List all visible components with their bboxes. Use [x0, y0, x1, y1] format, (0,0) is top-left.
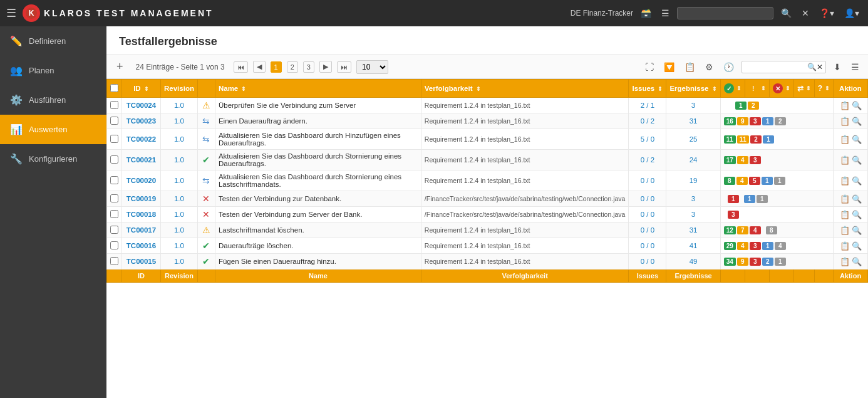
filter-icon[interactable]: 🔽 — [661, 61, 677, 73]
sidebar-item-konfigurieren[interactable]: 🔧 Konfigurieren — [0, 144, 106, 174]
hamburger-icon[interactable]: ☰ — [6, 6, 16, 20]
action-copy-icon[interactable]: 📋 — [840, 257, 850, 266]
row-id[interactable]: TC00022 — [122, 129, 161, 150]
row-checkbox[interactable] — [110, 117, 118, 125]
th-name[interactable]: Name ⇕ — [215, 80, 421, 98]
th-col-shuffle[interactable]: ⇄ ⇕ — [793, 80, 814, 98]
action-search-icon[interactable]: 🔍 — [852, 117, 862, 126]
th-col-warn[interactable]: ! ⇕ — [745, 80, 769, 98]
table-search-box[interactable]: 🔍 ✕ — [741, 61, 826, 73]
row-check[interactable] — [107, 191, 122, 207]
action-search-icon[interactable]: 🔍 — [852, 241, 862, 251]
action-copy-icon[interactable]: 📋 — [840, 226, 850, 235]
row-checkbox[interactable] — [110, 155, 118, 164]
pagination-prev[interactable]: ◀ — [253, 61, 266, 73]
row-id[interactable]: TC00020 — [122, 170, 161, 191]
pagination-next[interactable]: ▶ — [319, 61, 332, 73]
row-id[interactable]: TC00018 — [122, 207, 161, 223]
pagination-page-3[interactable]: 3 — [303, 61, 314, 73]
action-copy-icon[interactable]: 📋 — [840, 194, 850, 204]
table-search-clear[interactable]: ✕ — [817, 63, 823, 71]
row-id[interactable]: TC00015 — [122, 254, 161, 270]
row-checkbox[interactable] — [110, 241, 118, 249]
per-page-select[interactable]: 10 25 50 100 — [356, 60, 388, 74]
action-copy-icon[interactable]: 📋 — [840, 210, 850, 219]
help-icon[interactable]: ❓▾ — [817, 7, 837, 19]
th-issues[interactable]: Issues ⇕ — [629, 80, 666, 98]
action-search-icon[interactable]: 🔍 — [852, 257, 862, 266]
project-icon[interactable]: 🗃️ — [638, 7, 654, 19]
action-copy-icon[interactable]: 📋 — [840, 176, 850, 186]
add-button[interactable]: + — [113, 59, 127, 75]
pagination-page-2[interactable]: 2 — [287, 61, 298, 73]
row-id[interactable]: TC00023 — [122, 113, 161, 129]
row-check[interactable] — [107, 238, 122, 254]
row-check[interactable] — [107, 150, 122, 170]
row-checkbox[interactable] — [110, 194, 118, 202]
search-icon[interactable]: 🔍 — [778, 7, 794, 19]
hierarchy-icon[interactable]: ⛶ — [643, 61, 656, 73]
row-action[interactable]: 📋 🔍 — [834, 113, 868, 129]
row-check[interactable] — [107, 223, 122, 238]
copy-icon[interactable]: 📋 — [682, 61, 698, 73]
table-search-icon[interactable]: 🔍 — [807, 63, 817, 71]
sidebar-item-planen[interactable]: 👥 Planen — [0, 56, 106, 85]
row-action[interactable]: 📋 🔍 — [834, 150, 868, 170]
action-search-icon[interactable]: 🔍 — [852, 226, 862, 235]
row-check[interactable] — [107, 170, 122, 191]
action-copy-icon[interactable]: 📋 — [840, 135, 850, 144]
th-col-ok[interactable]: ✓ ⇕ — [720, 80, 745, 98]
th-trace[interactable]: Verfolgbarkeit ⇕ — [421, 80, 629, 98]
topnav-search[interactable] — [677, 7, 773, 19]
action-search-icon[interactable]: 🔍 — [852, 155, 862, 165]
select-all-checkbox[interactable] — [110, 84, 118, 92]
search-input[interactable] — [681, 9, 769, 18]
th-col-question[interactable]: ? ⇕ — [814, 80, 833, 98]
action-search-icon[interactable]: 🔍 — [852, 210, 862, 219]
th-id[interactable]: ID ⇕ — [122, 80, 161, 98]
row-action[interactable]: 📋 🔍 — [834, 238, 868, 254]
row-checkbox[interactable] — [110, 135, 118, 143]
table-search-input[interactable] — [745, 63, 807, 71]
pagination-page-1[interactable]: 1 — [271, 61, 282, 73]
row-checkbox[interactable] — [110, 226, 118, 234]
row-check[interactable] — [107, 129, 122, 150]
row-checkbox[interactable] — [110, 210, 118, 218]
action-search-icon[interactable]: 🔍 — [852, 101, 862, 110]
row-checkbox[interactable] — [110, 176, 118, 184]
row-checkbox[interactable] — [110, 101, 118, 109]
clock-icon[interactable]: 🕐 — [721, 61, 736, 73]
action-search-icon[interactable]: 🔍 — [852, 176, 862, 186]
row-id[interactable]: TC00017 — [122, 223, 161, 238]
row-action[interactable]: 📋 🔍 — [834, 129, 868, 150]
action-copy-icon[interactable]: 📋 — [840, 155, 850, 165]
row-checkbox[interactable] — [110, 257, 118, 265]
user-icon[interactable]: 👤▾ — [842, 7, 862, 19]
action-search-icon[interactable]: 🔍 — [852, 194, 862, 204]
row-check[interactable] — [107, 254, 122, 270]
list-icon[interactable]: ☰ — [659, 7, 672, 19]
row-action[interactable]: 📋 🔍 — [834, 98, 868, 113]
row-action[interactable]: 📋 🔍 — [834, 207, 868, 223]
action-copy-icon[interactable]: 📋 — [840, 101, 850, 110]
menu-icon[interactable]: ☰ — [849, 61, 862, 73]
row-action[interactable]: 📋 🔍 — [834, 223, 868, 238]
clear-search-icon[interactable]: ✕ — [799, 7, 812, 19]
row-id[interactable]: TC00016 — [122, 238, 161, 254]
action-copy-icon[interactable]: 📋 — [840, 117, 850, 126]
th-check[interactable] — [107, 80, 122, 98]
sidebar-item-auswerten[interactable]: 📊 Auswerten — [0, 115, 106, 144]
row-id[interactable]: TC00021 — [122, 150, 161, 170]
row-check[interactable] — [107, 98, 122, 113]
th-ergebnisse[interactable]: Ergebnisse ⇕ — [666, 80, 720, 98]
settings-icon[interactable]: ⚙ — [703, 61, 716, 73]
export-icon[interactable]: ⬇ — [831, 61, 844, 73]
action-copy-icon[interactable]: 📋 — [840, 241, 850, 251]
row-check[interactable] — [107, 113, 122, 129]
row-id[interactable]: TC00019 — [122, 191, 161, 207]
row-action[interactable]: 📋 🔍 — [834, 191, 868, 207]
row-id[interactable]: TC00024 — [122, 98, 161, 113]
th-revision[interactable]: Revision — [161, 80, 198, 98]
pagination-last[interactable]: ⏭ — [337, 61, 351, 73]
pagination-first[interactable]: ⏮ — [234, 61, 248, 73]
